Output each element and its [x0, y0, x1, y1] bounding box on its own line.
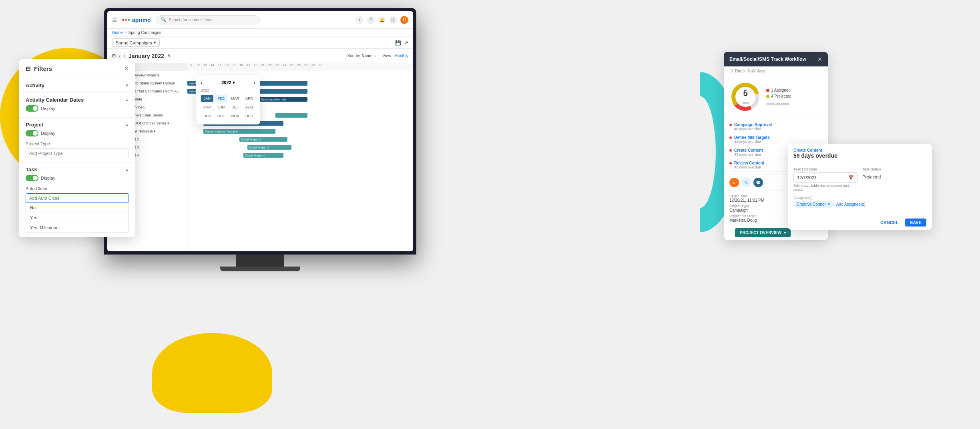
cc-overdue-label: Create Content [793, 148, 926, 152]
dp-month-jan[interactable]: JAN [201, 95, 213, 102]
option-no[interactable]: No [26, 203, 129, 213]
calendar-header: ⊞ ‹ › January 2022 ✎ Sort by Name ↓ View… [107, 49, 413, 63]
dp-month-aug[interactable]: AUG [243, 104, 255, 111]
user-avatar[interactable]: U [400, 16, 408, 24]
gantt-bar-5[interactable] [275, 113, 307, 118]
cc-assignees-label: Assignee(s) [793, 196, 926, 200]
gantt-bar-3[interactable]: Send to priinter date [259, 97, 307, 102]
sort-by-label: Sort by [347, 54, 360, 58]
dp-month-sep[interactable]: SEP [201, 112, 213, 120]
comment-icon-workflow[interactable]: 💬 [753, 178, 763, 187]
edit-icon-workflow[interactable]: ✎ [741, 178, 751, 187]
day-col-28: 28 [310, 63, 317, 71]
share-icon[interactable]: ↗ [404, 40, 408, 46]
datepicker-popup: ‹ 2022 ▾ › 2022 JAN FEB MAR APR MAY JUN … [196, 75, 260, 124]
project-display-toggle[interactable]: Display [26, 130, 55, 136]
app-header: ☰ aprimo 🔍 Search for content items + ? [107, 11, 413, 29]
wi-title-2[interactable]: Create Content [734, 148, 763, 152]
dp-month-feb[interactable]: FEB [215, 95, 227, 102]
dp-month-oct[interactable]: OCT [215, 112, 227, 120]
option-yes[interactable]: Yes [26, 213, 129, 223]
header-icons: + ? 🔔 🛒 U [355, 16, 408, 24]
cc-task-end-date-input[interactable]: 12/7/2021 📅 [793, 172, 858, 182]
shop-icon[interactable]: 🛒 [389, 16, 397, 24]
cc-task-status-label: Task Status [862, 167, 926, 171]
sort-direction-icon[interactable]: ↓ [374, 54, 376, 58]
campaign-select[interactable]: Spring Campaigns ▾ [112, 38, 160, 47]
gantt-bar-7[interactable]: Master Calendar Template [203, 129, 275, 134]
add-auto-close-input[interactable] [26, 193, 129, 203]
gantt-bar-8[interactable]: Digital Project 2 [239, 137, 287, 142]
create-content-panel: Create Content 59 days overdue Task End … [788, 144, 932, 230]
toggle-track-task[interactable] [26, 175, 38, 181]
dp-next-year[interactable]: › [254, 80, 255, 85]
gantt-days: 11 12 13 14 15 16 17 18 19 20 21 22 23 2… [187, 63, 413, 71]
option-yes-milestone[interactable]: Yes, Milestone [26, 223, 129, 233]
dp-month-nov[interactable]: NOV [229, 112, 241, 120]
plus-icon[interactable]: + [355, 16, 363, 24]
assignee-name: Creative.Connor [797, 202, 826, 206]
filter-section-activity: Activity ▼ [19, 78, 135, 93]
cancel-button[interactable]: CANCEL [877, 219, 902, 227]
wi-title-3[interactable]: Review Content [734, 161, 764, 165]
assignee-remove-icon[interactable]: ✕ [827, 202, 831, 206]
wi-overdue-2: 43 days overdue [734, 152, 763, 156]
dp-month-may[interactable]: MAY [201, 104, 213, 111]
wi-title-0[interactable]: Campaign Approval [734, 122, 772, 127]
toggle-track-calendar[interactable] [26, 105, 38, 112]
filter-section-task-header[interactable]: Task ▲ [26, 166, 129, 172]
clock-icon: ⏱ [729, 69, 733, 73]
task-display-toggle[interactable]: Display [26, 175, 55, 181]
user-avatar-workflow: C [729, 178, 739, 187]
search-bar[interactable]: 🔍 Search for content items [156, 15, 260, 24]
add-project-type-input[interactable] [26, 148, 129, 158]
day-col-24: 24 [281, 63, 288, 71]
gantt-row-8: Digital Project 2 [187, 135, 413, 143]
filter-section-activity-header[interactable]: Activity ▼ [26, 82, 129, 88]
campaign-chevron: ▾ [154, 40, 156, 45]
donut-unit: items [741, 101, 749, 104]
filter-calendar-dates-chevron: ▲ [125, 98, 129, 102]
toggle-track-project[interactable] [26, 130, 38, 136]
dp-month-apr[interactable]: APR [243, 95, 255, 102]
save-icon[interactable]: 💾 [395, 40, 401, 46]
dp-month-dec[interactable]: DEC [243, 112, 255, 120]
next-icon[interactable]: › [124, 53, 125, 59]
filter-section-project-header[interactable]: Project ▲ [26, 122, 129, 128]
activity-calendar-display-toggle[interactable]: Display [26, 105, 55, 112]
view-value[interactable]: Monthly [394, 54, 408, 58]
need-attention-label: need attention [766, 102, 791, 106]
breadcrumb-home[interactable]: Home [112, 30, 123, 35]
dp-month-mar[interactable]: MAR [229, 95, 241, 102]
filter-task-title: Task [26, 166, 37, 172]
gantt-bar-10[interactable]: Digital Project 4 [243, 153, 283, 158]
breadcrumb: Home > Spring Campaigns [107, 29, 413, 37]
sort-by: Sort by Name ↓ [347, 54, 376, 58]
monitor-stand [236, 255, 284, 267]
wi-content-1: Define Mkt Targets 44 days overdue [734, 135, 770, 144]
dp-month-jun[interactable]: JUN [215, 104, 227, 111]
bell-icon[interactable]: 🔔 [378, 16, 386, 24]
workflow-close-button[interactable]: ✕ [817, 56, 822, 62]
expand-icon[interactable]: ⊞ [112, 53, 116, 58]
dp-year-label[interactable]: 2022 ▾ [221, 80, 235, 85]
gantt-bar-9[interactable]: Digital Project 3 [247, 145, 291, 150]
add-assignee-button[interactable]: Add Assignee(s) [836, 202, 866, 206]
monitor-screen: ☰ aprimo 🔍 Search for content items + ? [104, 8, 416, 255]
project-overview-button[interactable]: PROJECT OVERVIEW ▾ [735, 228, 791, 237]
prev-icon[interactable]: ‹ [119, 53, 120, 59]
filter-section-project: Project ▲ Display Project Type [19, 118, 135, 162]
hamburger-icon[interactable]: ☰ [112, 17, 117, 23]
dp-prev-year[interactable]: ‹ [201, 80, 203, 85]
question-icon[interactable]: ? [367, 16, 375, 24]
project-type-label: Project Type [26, 141, 129, 146]
save-button[interactable]: SAVE [905, 219, 926, 227]
stat-projected-label: 4 Projected [771, 94, 791, 98]
filters-close-button[interactable]: ✕ [124, 65, 129, 72]
day-col-21: 21 [259, 63, 267, 71]
cc-task-end-date-value: 12/7/2021 [797, 175, 817, 180]
dp-month-jul[interactable]: JUL [229, 104, 241, 111]
wi-title-1[interactable]: Define Mkt Targets [734, 135, 770, 140]
filter-section-calendar-dates-header[interactable]: Activity Calendar Dates ▲ [26, 97, 129, 103]
calendar-edit-icon[interactable]: ✎ [167, 54, 171, 58]
